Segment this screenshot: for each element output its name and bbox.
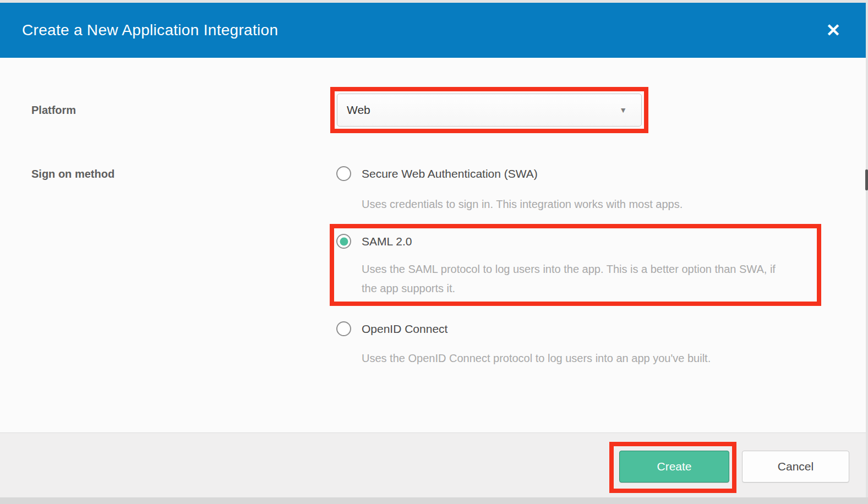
scrollbar-thumb-fragment [865,169,868,190]
option-desc-swa: Uses credentials to sign in. This integr… [362,195,683,214]
platform-label: Platform [31,104,76,117]
option-desc-openid: Uses the OpenID Connect protocol to log … [362,349,711,368]
create-button[interactable]: Create [619,451,729,483]
option-desc-saml: Uses the SAML protocol to log users into… [362,260,780,298]
radio-openid[interactable] [336,321,351,336]
option-label-saml[interactable]: SAML 2.0 [362,235,412,248]
sign-on-method-label: Sign on method [31,168,114,180]
create-app-integration-modal: Create a New Application Integration ✕ P… [0,3,866,497]
radio-dot [340,237,348,245]
close-icon[interactable]: ✕ [822,19,845,42]
platform-select-value: Web [347,94,370,126]
chevron-down-icon: ▼ [619,94,627,126]
annotation-box-platform: Web ▼ [330,87,648,133]
screen: Create a New Application Integration ✕ P… [0,0,868,504]
option-label-openid[interactable]: OpenID Connect [362,322,447,336]
platform-select[interactable]: Web ▼ [337,94,642,127]
cancel-button[interactable]: Cancel [742,451,849,483]
modal-header: Create a New Application Integration ✕ [0,3,866,58]
modal-title: Create a New Application Integration [22,3,278,58]
radio-saml[interactable] [336,234,351,249]
radio-swa[interactable] [336,166,351,181]
background-page-strip [0,497,868,504]
option-label-swa[interactable]: Secure Web Authentication (SWA) [362,167,538,180]
